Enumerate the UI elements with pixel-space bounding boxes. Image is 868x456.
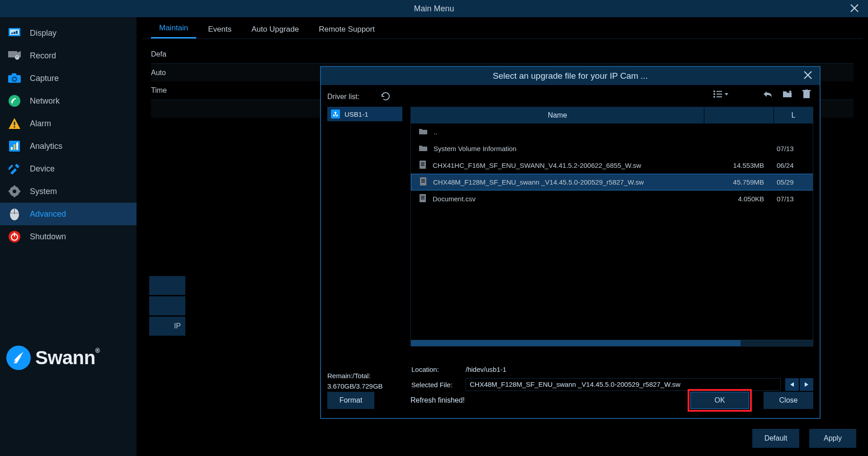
column-name[interactable]: Name: [411, 107, 704, 124]
sidebar-item-advanced[interactable]: Advanced: [0, 203, 137, 225]
file-size: 14.553MB: [704, 162, 774, 169]
sidebar-item-capture[interactable]: Capture: [0, 67, 137, 90]
remain-label: Remain:/Total:: [327, 372, 404, 380]
driver-list-label: Driver list:: [327, 93, 380, 101]
svg-rect-43: [717, 96, 722, 97]
file-browser: Name L ..System Volume Information07/13C…: [410, 107, 813, 347]
dialog-title: Select an upgrade file for your IP Cam .…: [493, 71, 648, 81]
sidebar-item-shutdown[interactable]: Shutdown: [0, 225, 137, 248]
file-size: 4.050KB: [704, 195, 774, 203]
svg-rect-18: [14, 126, 15, 128]
sidebar-item-device[interactable]: Device: [0, 157, 137, 180]
toolbar: [713, 90, 811, 99]
folder-icon: [419, 128, 427, 136]
window-title: Main Menu: [414, 4, 454, 14]
new-folder-icon[interactable]: [783, 90, 793, 98]
file-name: Document.csv: [433, 195, 476, 203]
tabs: Maintain Events Auto Upgrade Remote Supp…: [142, 18, 863, 39]
svg-rect-50: [420, 161, 426, 169]
svg-rect-6: [16, 31, 18, 34]
svg-rect-53: [421, 165, 425, 166]
svg-rect-52: [421, 164, 425, 165]
svg-rect-26: [14, 185, 15, 188]
sidebar-item-label: Advanced: [30, 209, 66, 219]
file-row[interactable]: Document.csv4.050KB07/13: [411, 190, 813, 207]
svg-point-42: [713, 96, 715, 98]
file-row[interactable]: CHX48M_F128M_SF_ENU_swann _V14.45.5.0-20…: [411, 174, 813, 190]
drive-label: USB1-1: [344, 110, 368, 118]
svg-marker-63: [805, 382, 808, 387]
file-row[interactable]: ..: [411, 124, 813, 140]
refresh-icon[interactable]: [381, 91, 392, 102]
svg-rect-39: [717, 91, 722, 92]
dialog-close-icon[interactable]: [802, 70, 813, 82]
file-icon: [419, 161, 426, 170]
sidebar-item-label: Alarm: [30, 119, 51, 128]
svg-marker-44: [725, 93, 728, 95]
display-icon: [8, 27, 21, 39]
file-date: 06/24: [774, 162, 813, 169]
brand-mark-icon: [6, 346, 31, 370]
svg-rect-23: [9, 165, 13, 171]
sidebar-item-label: Analytics: [30, 142, 62, 151]
tab-events[interactable]: Events: [200, 20, 240, 38]
main-panel: Maintain Events Auto Upgrade Remote Supp…: [137, 17, 868, 456]
svg-rect-20: [11, 147, 13, 150]
default-button[interactable]: Default: [752, 429, 799, 448]
column-date[interactable]: L: [774, 107, 813, 124]
file-date: 07/13: [774, 195, 813, 203]
sidebar-item-label: System: [30, 187, 57, 196]
column-size[interactable]: [704, 107, 774, 124]
file-row[interactable]: System Volume Information07/13: [411, 140, 813, 157]
svg-rect-55: [421, 179, 425, 180]
sidebar-item-network[interactable]: Network: [0, 90, 137, 112]
back-icon[interactable]: [763, 90, 773, 98]
file-size: 45.759MB: [704, 178, 774, 186]
svg-rect-29: [18, 190, 20, 192]
file-row[interactable]: CHX41HC_F16M_SF_ENU_SWANN_V4.41.5.2-2006…: [411, 157, 813, 174]
sidebar-item-system[interactable]: System: [0, 180, 137, 203]
svg-rect-27: [14, 195, 15, 197]
alert-icon: [8, 117, 21, 130]
sidebar: Display Record Capture Network Alarm: [0, 17, 137, 456]
gear-icon: [8, 185, 21, 198]
background-strips: IP: [149, 276, 185, 337]
ok-button[interactable]: OK: [690, 392, 749, 409]
svg-point-38: [713, 90, 715, 92]
brand-name: Swann®: [35, 347, 100, 369]
format-button[interactable]: Format: [327, 392, 374, 409]
apply-button[interactable]: Apply: [809, 429, 856, 448]
sidebar-item-record[interactable]: Record: [0, 44, 137, 67]
svg-rect-21: [14, 144, 15, 150]
svg-rect-54: [420, 177, 426, 185]
sidebar-item-analytics[interactable]: Analytics: [0, 135, 137, 157]
file-date: 07/13: [774, 145, 813, 152]
horizontal-scrollbar[interactable]: [411, 340, 813, 346]
view-list-icon[interactable]: [713, 90, 729, 98]
file-name: System Volume Information: [434, 145, 516, 152]
sidebar-item-alarm[interactable]: Alarm: [0, 112, 137, 135]
svg-rect-5: [14, 32, 15, 34]
trash-icon[interactable]: [802, 90, 811, 99]
upgrade-file-dialog: Select an upgrade file for your IP Cam .…: [320, 66, 821, 419]
window-close-icon[interactable]: [849, 3, 860, 15]
svg-rect-46: [789, 91, 792, 92]
status-text: Refresh finished!: [410, 396, 465, 404]
tab-remote-support[interactable]: Remote Support: [311, 20, 383, 38]
svg-rect-56: [421, 180, 425, 181]
svg-rect-28: [9, 190, 11, 192]
bottombar: Default Apply: [752, 429, 856, 448]
drive-item[interactable]: USB1-1: [327, 107, 402, 121]
file-icon: [419, 194, 426, 204]
ip-label: IP: [174, 322, 181, 330]
tab-maintain[interactable]: Maintain: [151, 19, 196, 38]
sidebar-item-display[interactable]: Display: [0, 22, 137, 44]
close-button[interactable]: Close: [764, 392, 813, 409]
svg-rect-17: [14, 122, 15, 125]
drive-list: USB1-1: [327, 107, 402, 347]
tools-icon: [8, 162, 21, 175]
tab-auto-upgrade[interactable]: Auto Upgrade: [243, 20, 307, 38]
sidebar-item-label: Shutdown: [30, 232, 66, 242]
file-name: CHX41HC_F16M_SF_ENU_SWANN_V4.41.5.2-2006…: [433, 162, 641, 169]
form-row: Defa: [151, 45, 854, 63]
